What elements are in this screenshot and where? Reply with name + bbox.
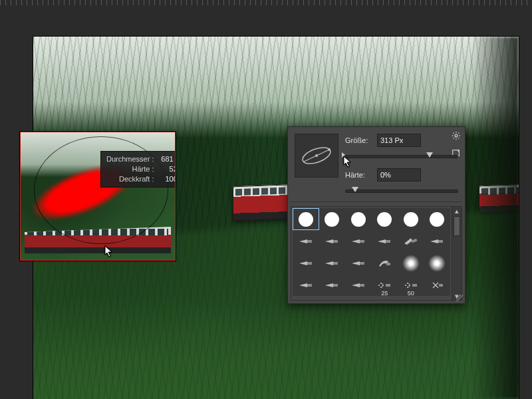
brush-preset-caption: 50 — [398, 290, 424, 297]
svg-rect-43 — [439, 284, 443, 287]
svg-rect-25 — [333, 284, 338, 287]
hardness-input[interactable] — [377, 168, 421, 182]
hud-diameter-label: Durchmesser : — [106, 155, 154, 163]
ruler-top — [0, 0, 532, 5]
svg-point-13 — [315, 154, 318, 157]
hud-hardness-label: Härte : — [132, 165, 154, 173]
scroll-handle[interactable] — [454, 216, 460, 236]
svg-rect-19 — [438, 240, 443, 243]
svg-rect-22 — [360, 262, 364, 265]
hud-hardness-value: 52% — [156, 164, 176, 174]
svg-point-36 — [407, 283, 408, 284]
brush-preset[interactable] — [398, 208, 424, 230]
svg-point-29 — [380, 283, 382, 284]
brush-preset[interactable] — [319, 274, 346, 296]
brush-panel[interactable]: Größe: Härte: 2550 ▴ — [287, 126, 466, 304]
brush-preset[interactable] — [319, 208, 346, 230]
brush-preset[interactable] — [424, 208, 451, 230]
svg-rect-15 — [333, 240, 338, 243]
svg-point-28 — [378, 285, 380, 286]
svg-point-39 — [408, 283, 410, 285]
brush-preset[interactable] — [319, 252, 346, 274]
brush-preset-caption: 25 — [372, 290, 398, 297]
brush-hud-readout: Durchmesser : 681 Px Härte : 52% Deckkra… — [100, 151, 176, 188]
svg-rect-26 — [360, 284, 364, 287]
brush-preset[interactable] — [372, 230, 398, 252]
size-input[interactable] — [377, 134, 421, 147]
svg-rect-34 — [412, 284, 417, 287]
svg-point-30 — [380, 287, 382, 288]
brush-preset[interactable] — [345, 252, 372, 274]
size-slider[interactable] — [345, 151, 458, 160]
svg-rect-14 — [307, 240, 312, 243]
svg-rect-27 — [386, 284, 390, 287]
svg-rect-17 — [386, 240, 390, 243]
svg-line-6 — [458, 138, 459, 138]
svg-rect-23 — [386, 263, 390, 265]
brush-preset[interactable] — [345, 208, 372, 230]
brush-preset[interactable] — [293, 252, 319, 274]
scrollbar[interactable]: ▴ ▾ — [452, 207, 462, 300]
resize-grip-icon[interactable] — [456, 295, 463, 301]
brush-preset[interactable] — [293, 274, 319, 296]
svg-rect-21 — [333, 262, 338, 265]
brush-preset[interactable] — [424, 252, 451, 274]
scroll-up-icon[interactable]: ▴ — [454, 207, 460, 215]
svg-line-7 — [454, 138, 454, 138]
svg-point-38 — [409, 285, 410, 286]
size-label: Größe: — [345, 136, 372, 144]
brush-preset[interactable] — [372, 208, 398, 230]
brush-preset[interactable]: 50 — [398, 274, 424, 296]
svg-rect-20 — [307, 262, 312, 265]
svg-point-40 — [408, 286, 410, 287]
brush-preset[interactable] — [398, 230, 424, 252]
svg-point-32 — [382, 283, 383, 285]
hud-diameter-value: 681 Px — [156, 154, 176, 164]
svg-line-8 — [458, 133, 459, 134]
hardness-slider[interactable] — [345, 186, 458, 195]
svg-point-35 — [405, 285, 406, 286]
brush-preset[interactable] — [319, 230, 346, 252]
brush-tip-preview[interactable] — [295, 134, 338, 178]
brush-preset[interactable] — [293, 230, 319, 252]
hardness-label: Härte: — [345, 171, 372, 179]
brush-preset[interactable]: 25 — [372, 274, 398, 296]
panel-divider — [291, 201, 462, 202]
hud-opacity-value: 100% — [156, 174, 176, 184]
svg-rect-18 — [411, 238, 417, 242]
svg-point-31 — [382, 285, 384, 286]
gear-icon[interactable] — [452, 131, 461, 140]
svg-point-33 — [382, 286, 383, 287]
brush-hud-inset: Durchmesser : 681 Px Härte : 52% Deckkra… — [20, 132, 176, 261]
brush-preset[interactable] — [372, 252, 398, 274]
brush-preset[interactable] — [424, 274, 451, 296]
brush-preset[interactable] — [293, 208, 319, 230]
svg-point-0 — [455, 134, 458, 137]
svg-rect-24 — [307, 284, 312, 287]
svg-point-12 — [328, 148, 331, 151]
svg-rect-16 — [360, 240, 364, 243]
svg-point-37 — [407, 287, 408, 288]
brush-preset[interactable] — [398, 252, 424, 274]
brush-preset[interactable] — [424, 230, 451, 252]
svg-line-5 — [454, 133, 454, 134]
brush-preset[interactable] — [345, 274, 372, 296]
brush-preset-list[interactable]: 2550 ▴ ▾ — [291, 206, 462, 301]
hud-opacity-label: Deckkraft : — [119, 175, 154, 183]
brush-preset[interactable] — [345, 230, 372, 252]
